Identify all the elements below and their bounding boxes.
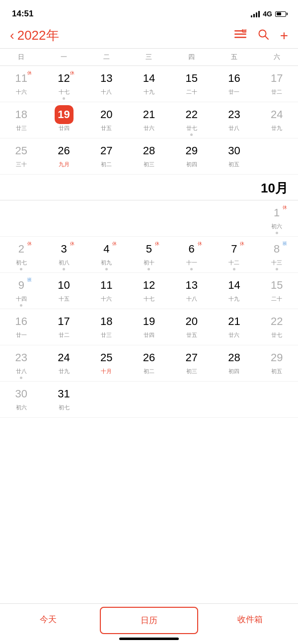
cal-day[interactable]: 4休初九 bbox=[85, 237, 128, 273]
weekday-tue: 二 bbox=[85, 51, 128, 64]
september-grid: 11休十六12休十七13十八14十九15二十16廿一17廿二18廿三19廿四20… bbox=[0, 65, 298, 175]
cal-day[interactable]: 23廿八 bbox=[0, 345, 43, 382]
cal-day[interactable]: 21廿六 bbox=[213, 309, 256, 345]
cal-day[interactable]: 7休十二 bbox=[213, 237, 256, 273]
cal-day[interactable]: 28初三 bbox=[128, 138, 170, 175]
back-button[interactable]: ‹ bbox=[10, 28, 14, 43]
cal-day[interactable]: 16廿一 bbox=[213, 66, 256, 102]
svg-rect-0 bbox=[234, 30, 246, 32]
cal-day bbox=[0, 200, 43, 237]
year-nav: ‹ 2022年 bbox=[10, 27, 229, 44]
cal-day[interactable]: 23廿八 bbox=[213, 102, 256, 138]
cal-day[interactable]: 18廿三 bbox=[0, 102, 43, 138]
cal-day bbox=[85, 382, 128, 418]
status-icons: 4G bbox=[251, 10, 286, 18]
cal-day[interactable]: 31初七 bbox=[43, 382, 85, 418]
header: ‹ 2022年 + bbox=[0, 25, 298, 48]
home-indicator bbox=[119, 638, 179, 640]
svg-rect-2 bbox=[234, 37, 246, 38]
tab-calendar[interactable]: 日历 bbox=[100, 607, 198, 634]
cal-day[interactable]: 21廿六 bbox=[128, 102, 170, 138]
search-icon[interactable] bbox=[257, 28, 269, 43]
cal-day[interactable]: 20廿五 bbox=[170, 309, 213, 345]
cal-day[interactable]: 27初二 bbox=[85, 138, 128, 175]
cal-day bbox=[213, 382, 256, 418]
cal-day bbox=[170, 200, 213, 237]
cal-day[interactable]: 25十月 bbox=[85, 345, 128, 382]
cal-day bbox=[170, 382, 213, 418]
add-event-button[interactable]: + bbox=[280, 28, 288, 44]
cal-day[interactable]: 28初四 bbox=[213, 345, 256, 382]
cal-day[interactable]: 26初二 bbox=[128, 345, 170, 382]
cal-day bbox=[255, 382, 298, 418]
cal-day[interactable]: 15二十 bbox=[170, 66, 213, 102]
october-grid: 1休初六2休初七3休初八4休初九5休初十6休十一7休十二8班十三9班十四10十五… bbox=[0, 200, 298, 418]
cal-day[interactable]: 11十六 bbox=[85, 273, 128, 309]
weekday-wed: 三 bbox=[128, 51, 170, 64]
cal-day[interactable]: 12十七 bbox=[128, 273, 170, 309]
cal-day[interactable]: 18廿三 bbox=[85, 309, 128, 345]
cal-day[interactable]: 19廿四 bbox=[128, 309, 170, 345]
svg-rect-1 bbox=[234, 34, 246, 35]
cal-day[interactable]: 13十八 bbox=[85, 66, 128, 102]
october-label: 10月 bbox=[0, 175, 298, 200]
cal-day bbox=[213, 200, 256, 237]
cal-day[interactable]: 5休初十 bbox=[128, 237, 170, 273]
year-label: 2022年 bbox=[17, 27, 59, 44]
cal-day[interactable]: 10十五 bbox=[43, 273, 85, 309]
october-calendar: 10月 1休初六2休初七3休初八4休初九5休初十6休十一7休十二8班十三9班十四… bbox=[0, 175, 298, 418]
battery-icon bbox=[275, 11, 286, 17]
cal-day[interactable]: 22廿七 bbox=[255, 309, 298, 345]
cal-day[interactable]: 6休十一 bbox=[170, 237, 213, 273]
cal-day[interactable]: 24廿九 bbox=[43, 345, 85, 382]
cal-day[interactable]: 15二十 bbox=[255, 273, 298, 309]
cal-day bbox=[43, 200, 85, 237]
cal-day[interactable]: 17廿二 bbox=[255, 66, 298, 102]
cal-day[interactable]: 14十九 bbox=[213, 273, 256, 309]
cal-day[interactable]: 11休十六 bbox=[0, 66, 43, 102]
weekday-fri: 五 bbox=[213, 51, 256, 64]
cal-day[interactable]: 17廿二 bbox=[43, 309, 85, 345]
cal-day[interactable]: 29初四 bbox=[170, 138, 213, 175]
cal-day[interactable]: 25三十 bbox=[0, 138, 43, 175]
cal-day bbox=[85, 200, 128, 237]
weekday-header: 日 一 二 三 四 五 六 bbox=[0, 48, 298, 65]
cal-day[interactable]: 16廿一 bbox=[0, 309, 43, 345]
status-bar: 14:51 4G bbox=[0, 0, 298, 25]
weekday-mon: 一 bbox=[43, 51, 85, 64]
cal-day[interactable]: 19廿四 bbox=[43, 102, 85, 138]
svg-line-5 bbox=[265, 36, 268, 39]
weekday-thu: 四 bbox=[170, 51, 213, 64]
signal-icon bbox=[251, 10, 260, 17]
cal-day[interactable]: 9班十四 bbox=[0, 273, 43, 309]
cal-day[interactable]: 26九月 bbox=[43, 138, 85, 175]
cal-day[interactable]: 2休初七 bbox=[0, 237, 43, 273]
cal-day bbox=[128, 200, 170, 237]
september-calendar: 11休十六12休十七13十八14十九15二十16廿一17廿二18廿三19廿四20… bbox=[0, 65, 298, 175]
status-time: 14:51 bbox=[12, 9, 33, 19]
weekday-sun: 日 bbox=[0, 51, 43, 64]
cal-day[interactable]: 24廿九 bbox=[255, 102, 298, 138]
cal-day[interactable]: 8班十三 bbox=[255, 237, 298, 273]
cal-day[interactable]: 3休初八 bbox=[43, 237, 85, 273]
cal-day[interactable]: 13十八 bbox=[170, 273, 213, 309]
network-type: 4G bbox=[263, 10, 272, 18]
cal-day[interactable]: 14十九 bbox=[128, 66, 170, 102]
list-view-icon[interactable] bbox=[234, 29, 246, 42]
tab-inbox[interactable]: 收件箱 bbox=[202, 604, 298, 644]
tab-today[interactable]: 今天 bbox=[0, 604, 96, 644]
cal-day[interactable]: 29初五 bbox=[255, 345, 298, 382]
cal-day bbox=[255, 138, 298, 175]
cal-day[interactable]: 12休十七 bbox=[43, 66, 85, 102]
cal-day[interactable]: 1休初六 bbox=[255, 200, 298, 237]
cal-day bbox=[128, 382, 170, 418]
header-icons: + bbox=[234, 28, 288, 44]
cal-day[interactable]: 22廿七 bbox=[170, 102, 213, 138]
weekday-sat: 六 bbox=[255, 51, 298, 64]
cal-day[interactable]: 30初六 bbox=[0, 382, 43, 418]
cal-day[interactable]: 27初三 bbox=[170, 345, 213, 382]
cal-day[interactable]: 20廿五 bbox=[85, 102, 128, 138]
cal-day[interactable]: 30初五 bbox=[213, 138, 256, 175]
